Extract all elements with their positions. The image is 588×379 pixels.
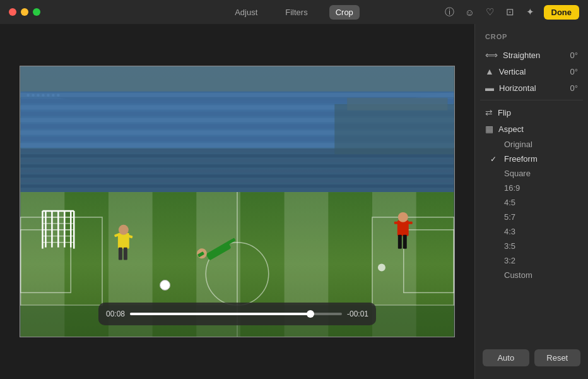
svg-rect-17 — [47, 94, 49, 97]
svg-rect-19 — [57, 94, 59, 97]
vertical-label: Vertical — [499, 67, 526, 76]
flip-label: Flip — [498, 108, 511, 117]
aspect-option-5-7[interactable]: 5:7 — [480, 210, 583, 224]
straighten-label-group: ⟺ Straighten — [485, 50, 540, 60]
aspect-option-4-5[interactable]: 4:5 — [480, 195, 583, 210]
divider-1 — [480, 100, 583, 100]
panel-section-sliders: ⟺ Straighten 0° ▲ Vertical 0° ▬ Horizont… — [475, 47, 588, 96]
svg-point-57 — [119, 225, 129, 235]
svg-rect-58 — [119, 248, 122, 260]
face-icon[interactable]: ☺ — [463, 5, 477, 19]
main-content: 00:08 -00:01 CROP ⟺ Straighten 0° — [0, 24, 588, 379]
svg-rect-26 — [21, 174, 454, 177]
svg-rect-59 — [124, 248, 127, 260]
aspect-option-custom[interactable]: Custom — [480, 268, 583, 282]
reset-button[interactable]: Reset — [534, 349, 581, 366]
heart-icon[interactable]: ♡ — [483, 5, 497, 19]
done-button[interactable]: Done — [544, 5, 580, 20]
video-frame — [20, 66, 454, 337]
titlebar-right: ⓘ ☺ ♡ ⊡ ✦ Done — [443, 5, 580, 20]
svg-rect-24 — [21, 164, 454, 167]
straighten-label: Straighten — [503, 51, 540, 60]
horizontal-label-group: ▬ Horizontal — [485, 83, 536, 93]
flip-heading[interactable]: ⇄ Flip — [475, 104, 588, 121]
vertical-label-group: ▲ Vertical — [485, 66, 526, 76]
video-area: 00:08 -00:01 — [0, 24, 474, 379]
svg-rect-16 — [42, 94, 44, 97]
time-current: 00:08 — [106, 310, 125, 318]
titlebar: Adjust Filters Crop ⓘ ☺ ♡ ⊡ ✦ Done — [0, 0, 588, 24]
svg-rect-15 — [37, 94, 39, 97]
horizontal-value: 0° — [570, 83, 578, 93]
tab-crop[interactable]: Crop — [329, 5, 360, 20]
progress-bar[interactable] — [130, 313, 342, 315]
vertical-value: 0° — [570, 67, 578, 76]
svg-rect-25 — [21, 169, 454, 172]
aspect-option-original[interactable]: Original — [480, 137, 583, 152]
svg-rect-71 — [408, 222, 413, 224]
svg-rect-23 — [21, 159, 454, 162]
aspect-heading[interactable]: ▦ Aspect — [475, 121, 588, 137]
crop-icon[interactable]: ⊡ — [503, 5, 517, 19]
magic-wand-icon[interactable]: ✦ — [524, 5, 538, 19]
nav-tabs: Adjust Filters Crop — [228, 5, 360, 20]
minimize-button[interactable] — [21, 8, 28, 16]
maximize-button[interactable] — [33, 8, 40, 16]
checkmark-freeform: ✓ — [490, 155, 499, 164]
svg-rect-56 — [118, 233, 129, 249]
video-container: 00:08 -00:01 — [20, 66, 455, 337]
window-controls — [9, 8, 40, 16]
aspect-list: Original ✓ Freeform Square 16:9 4:5 5:7 — [475, 137, 588, 282]
svg-point-67 — [398, 212, 408, 222]
horizontal-icon: ▬ — [485, 83, 494, 93]
auto-button[interactable]: Auto — [483, 349, 529, 366]
aspect-option-square[interactable]: Square — [480, 166, 583, 181]
svg-rect-27 — [21, 179, 454, 183]
aspect-option-freeform[interactable]: ✓ Freeform — [480, 152, 583, 166]
aspect-label: Aspect — [498, 124, 524, 134]
flip-icon: ⇄ — [485, 107, 493, 117]
horizontal-label: Horizontal — [499, 83, 536, 93]
progress-thumb — [307, 310, 314, 318]
svg-rect-28 — [21, 184, 454, 188]
close-button[interactable] — [9, 8, 16, 16]
aspect-option-16-9[interactable]: 16:9 — [480, 181, 583, 195]
svg-rect-69 — [403, 235, 407, 249]
panel-title: CROP — [475, 30, 588, 47]
panel-footer: Auto Reset — [475, 343, 588, 373]
straighten-icon: ⟺ — [485, 50, 498, 60]
svg-point-74 — [378, 264, 385, 272]
horizontal-row[interactable]: ▬ Horizontal 0° — [480, 80, 583, 96]
straighten-row[interactable]: ⟺ Straighten 0° — [480, 47, 583, 63]
tab-adjust[interactable]: Adjust — [228, 5, 264, 20]
straighten-value: 0° — [570, 51, 578, 60]
svg-rect-68 — [398, 235, 402, 249]
svg-rect-18 — [52, 94, 54, 97]
vertical-icon: ▲ — [485, 66, 494, 76]
svg-rect-29 — [334, 104, 454, 155]
svg-rect-22 — [21, 154, 454, 157]
svg-rect-66 — [397, 220, 409, 236]
video-controls: 00:08 -00:01 — [98, 303, 376, 325]
aspect-option-3-2[interactable]: 3:2 — [480, 253, 583, 268]
vertical-row[interactable]: ▲ Vertical 0° — [480, 63, 583, 80]
aspect-icon: ▦ — [485, 124, 493, 134]
aspect-option-3-5[interactable]: 3:5 — [480, 239, 583, 253]
svg-rect-13 — [27, 94, 30, 97]
aspect-option-4-3[interactable]: 4:3 — [480, 224, 583, 239]
svg-rect-14 — [32, 94, 35, 97]
svg-rect-4 — [21, 93, 454, 97]
right-panel: CROP ⟺ Straighten 0° ▲ Vertical 0° ▬ — [474, 24, 588, 379]
svg-rect-70 — [394, 222, 399, 224]
svg-rect-30 — [347, 98, 447, 111]
info-icon[interactable]: ⓘ — [443, 5, 457, 19]
tab-filters[interactable]: Filters — [279, 5, 314, 20]
progress-fill — [130, 313, 310, 315]
time-remaining: -00:01 — [347, 310, 368, 318]
